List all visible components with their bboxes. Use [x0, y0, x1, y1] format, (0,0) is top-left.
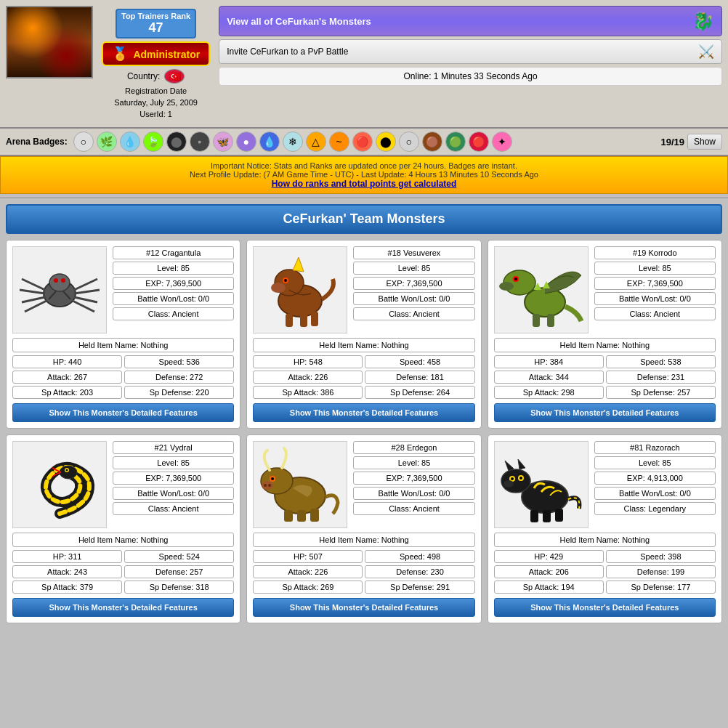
monster-id-1: #12 Cragantula: [113, 246, 234, 259]
defense-4: Defense: 257: [124, 565, 234, 578]
badge-14: ⬤: [376, 132, 396, 152]
monster-exp-6: EXP: 4,913,000: [594, 472, 716, 485]
userid-label: UserId: 1: [139, 110, 172, 118]
monster-battle-5: Battle Won/Lost: 0/0: [353, 487, 474, 500]
monster-info-2: #18 Vesuverex Level: 85 EXP: 7,369,500 B…: [353, 246, 474, 333]
monster-class-6: Class: Legendary: [594, 502, 716, 515]
sp-attack-1: Sp Attack: 203: [12, 386, 122, 399]
attack-4: Attack: 243: [12, 565, 122, 578]
svg-point-41: [268, 484, 271, 487]
monster-battle-4: Battle Won/Lost: 0/0: [113, 487, 234, 500]
defense-3: Defense: 231: [606, 371, 716, 384]
attack-3: Attack: 344: [494, 371, 604, 384]
view-monsters-label: View all of CeFurkan's Monsters: [227, 16, 371, 27]
registration-label: Registration Date: [125, 86, 187, 95]
held-item-3: Held Item Name: Nothing: [494, 338, 716, 352]
detail-btn-3[interactable]: Show This Monster's Detailed Features: [494, 403, 716, 422]
attack-2: Attack: 226: [253, 371, 363, 384]
svg-point-3: [61, 278, 65, 283]
detail-btn-2[interactable]: Show This Monster's Detailed Features: [253, 403, 474, 422]
show-badges-button[interactable]: Show: [687, 134, 722, 150]
svg-rect-56: [555, 509, 563, 522]
sp-defense-1: Sp Defense: 220: [124, 386, 234, 399]
defense-5: Defense: 230: [365, 565, 474, 578]
svg-point-53: [503, 480, 514, 488]
defense-6: Defense: 199: [606, 565, 716, 578]
top-section: Top Trainers Rank 47 🏅 Administrator Cou…: [0, 0, 728, 129]
speed-5: Speed: 498: [365, 550, 474, 563]
monsters-grid: #12 Cragantula Level: 85 EXP: 7,369,500 …: [0, 240, 728, 629]
badge-12: ~: [329, 132, 349, 152]
monster-level-1: Level: 85: [113, 262, 234, 275]
svg-point-52: [519, 477, 522, 480]
svg-rect-29: [547, 314, 554, 327]
svg-point-39: [262, 481, 273, 490]
svg-marker-48: [518, 459, 525, 469]
svg-point-40: [264, 484, 267, 487]
stats-3: HP: 384 Speed: 538 Attack: 344 Defense: …: [494, 355, 716, 399]
monster-class-1: Class: Ancient: [113, 307, 234, 320]
monster-exp-4: EXP: 7,369,500: [113, 472, 234, 485]
svg-rect-54: [530, 510, 538, 522]
monster-top-4: #21 Vydral Level: 85 EXP: 7,369,500 Batt…: [12, 441, 234, 528]
country-flag: 🇹🇷: [164, 69, 185, 84]
detail-btn-6[interactable]: Show This Monster's Detailed Features: [494, 598, 716, 617]
hp-3: HP: 384: [494, 355, 604, 368]
svg-point-34: [66, 469, 68, 472]
monster-id-4: #21 Vydral: [113, 441, 234, 454]
monster-exp-5: EXP: 7,369,500: [353, 472, 474, 485]
speed-6: Speed: 398: [606, 550, 716, 563]
stats-5: HP: 507 Speed: 498 Attack: 226 Defense: …: [253, 550, 474, 594]
monster-image-2: [253, 246, 347, 333]
monster-exp-2: EXP: 7,369,500: [353, 277, 474, 290]
detail-btn-4[interactable]: Show This Monster's Detailed Features: [12, 598, 234, 617]
detail-btn-1[interactable]: Show This Monster's Detailed Features: [12, 403, 234, 422]
badge-17: 🟢: [445, 132, 466, 152]
monster-battle-6: Battle Won/Lost: 0/0: [594, 487, 716, 500]
notice-line3[interactable]: How do ranks and total points get calcul…: [5, 179, 723, 189]
speed-2: Speed: 458: [365, 355, 474, 368]
svg-point-18: [284, 279, 287, 282]
monster-class-2: Class: Ancient: [353, 307, 474, 320]
monster-level-3: Level: 85: [594, 262, 716, 275]
monster-id-3: #19 Korrodo: [594, 246, 716, 259]
view-monsters-button[interactable]: View all of CeFurkan's Monsters 🐉: [219, 6, 722, 36]
sp-attack-2: Sp Attack: 386: [253, 386, 363, 399]
speed-1: Speed: 536: [124, 355, 234, 368]
svg-line-8: [74, 279, 97, 290]
monster-info-1: #12 Cragantula Level: 85 EXP: 7,369,500 …: [113, 246, 234, 333]
badge-8: ●: [236, 132, 256, 152]
stats-1: HP: 440 Speed: 536 Attack: 267 Defense: …: [12, 355, 234, 399]
rank-number: 47: [121, 20, 190, 36]
sp-attack-4: Sp Attack: 379: [12, 581, 122, 594]
attack-6: Attack: 206: [494, 565, 604, 578]
badge-3: 💧: [120, 132, 140, 152]
svg-point-25: [499, 282, 514, 291]
notice-line2: Next Profile Update: (7 AM Game Time - U…: [5, 170, 723, 179]
monster-top-3: #19 Korrodo Level: 85 EXP: 7,369,500 Bat…: [494, 246, 716, 333]
svg-point-36: [261, 468, 293, 494]
hp-4: HP: 311: [12, 550, 122, 563]
svg-rect-21: [300, 314, 307, 327]
svg-line-6: [22, 297, 45, 302]
svg-line-5: [20, 290, 45, 294]
monster-top-1: #12 Cragantula Level: 85 EXP: 7,369,500 …: [12, 246, 234, 333]
hp-1: HP: 440: [12, 355, 122, 368]
svg-marker-47: [505, 461, 514, 471]
monster-level-6: Level: 85: [594, 456, 716, 469]
svg-rect-42: [284, 510, 293, 522]
sp-attack-5: Sp Attack: 269: [253, 581, 363, 594]
monster-image-5: [253, 441, 347, 528]
badge-15: ○: [399, 132, 419, 152]
profile-avatar: [6, 6, 93, 78]
monster-image-6: [494, 441, 589, 528]
badge-count: 19/19: [660, 137, 684, 147]
arena-badges-row: Arena Badges: ○ 🌿 💧 🍃 ⬤ ▪ 🦋 ● 💧 ❄ △ ~ 🔴 …: [0, 129, 728, 156]
monster-top-6: #81 Razorach Level: 85 EXP: 4,913,000 Ba…: [494, 441, 716, 528]
invite-pvp-button[interactable]: Invite CeFurkan to a PvP Battle ⚔️: [219, 39, 722, 64]
country-row: Country: 🇹🇷: [127, 69, 185, 84]
rank-box: Top Trainers Rank 47: [116, 9, 196, 39]
monster-card-4: #21 Vydral Level: 85 EXP: 7,369,500 Batt…: [6, 434, 240, 623]
sp-attack-6: Sp Attack: 194: [494, 581, 604, 594]
detail-btn-5[interactable]: Show This Monster's Detailed Features: [253, 598, 474, 617]
